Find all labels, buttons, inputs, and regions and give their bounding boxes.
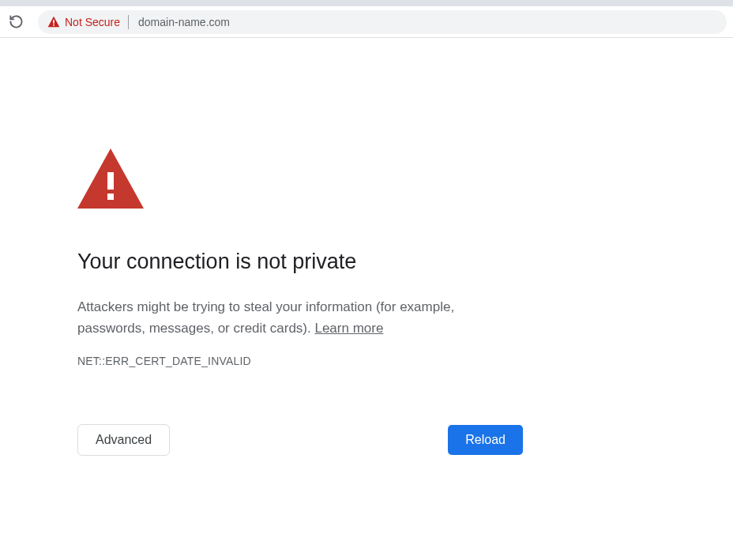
svg-rect-0: [53, 20, 55, 24]
address-bar[interactable]: Not Secure domain-name.com: [38, 10, 727, 34]
learn-more-link[interactable]: Learn more: [314, 321, 383, 336]
address-bar-divider: [128, 15, 129, 29]
reload-icon[interactable]: [8, 14, 24, 30]
warning-triangle-icon: [47, 16, 60, 28]
browser-toolbar: Not Secure domain-name.com: [0, 6, 733, 38]
buttons-row: Advanced Reload: [77, 424, 523, 456]
page-title: Your connection is not private: [77, 250, 523, 274]
interstitial-content: Your connection is not private Attackers…: [0, 38, 600, 456]
reload-button[interactable]: Reload: [448, 425, 523, 455]
warning-body-text: Attackers might be trying to steal your …: [77, 296, 523, 339]
svg-rect-3: [107, 194, 114, 200]
warning-body-span: Attackers might be trying to steal your …: [77, 299, 454, 336]
advanced-button[interactable]: Advanced: [77, 424, 170, 456]
svg-rect-2: [107, 172, 114, 190]
svg-rect-1: [53, 24, 55, 26]
error-code: NET::ERR_CERT_DATE_INVALID: [77, 355, 523, 367]
warning-triangle-large-icon: [77, 148, 523, 212]
window-chrome-top: [0, 0, 733, 6]
not-secure-label: Not Secure: [65, 16, 120, 28]
url-text: domain-name.com: [138, 16, 230, 28]
